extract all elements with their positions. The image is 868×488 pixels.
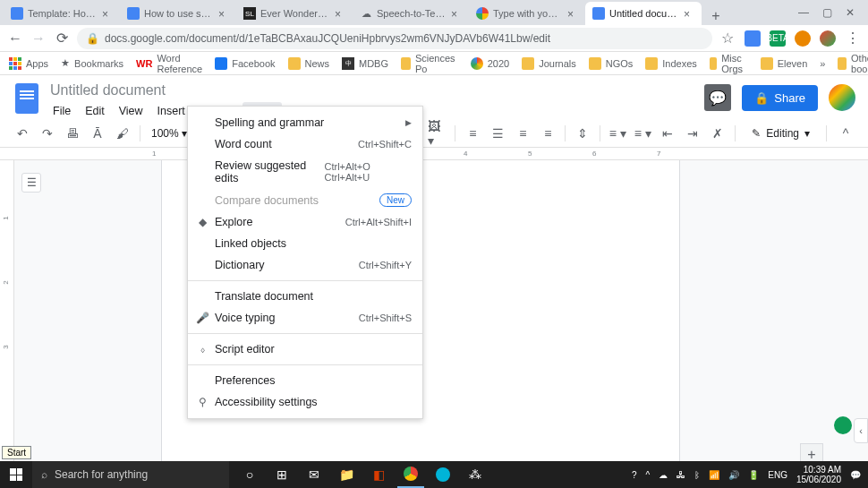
browser-tab[interactable]: Template: How To Artic× — [4, 2, 120, 25]
align-right-button[interactable]: ≡ — [513, 124, 532, 143]
menu-word-count[interactable]: Word countCtrl+Shift+C — [188, 133, 422, 155]
bookmark-folder[interactable]: Journals — [522, 57, 576, 70]
explore-fab[interactable] — [834, 416, 852, 434]
reload-button[interactable]: ⟳ — [54, 30, 70, 47]
onedrive-icon[interactable]: ☁ — [659, 470, 668, 480]
bookmark-folder[interactable]: News — [288, 57, 330, 70]
bookmark-item[interactable]: Facebook — [215, 57, 275, 70]
side-panel-toggle[interactable]: ‹ — [854, 418, 868, 443]
forward-button[interactable]: → — [30, 30, 47, 47]
menu-explore[interactable]: ◆ExploreCtrl+Alt+Shift+I — [188, 211, 422, 233]
extension-beta-icon[interactable]: BETA — [770, 30, 786, 47]
menu-spelling-grammar[interactable]: Spelling and grammar▶ — [188, 112, 422, 133]
bookmark-folder[interactable]: Eleven — [761, 57, 808, 70]
vertical-ruler[interactable]: 1 2 3 — [0, 160, 14, 479]
office-icon[interactable]: ◧ — [365, 461, 392, 488]
browser-tab-active[interactable]: Untitled document - G× — [585, 2, 702, 25]
document-title[interactable]: Untitled document — [47, 81, 704, 100]
notifications-icon[interactable]: 💬 — [850, 470, 861, 480]
align-center-button[interactable]: ☰ — [488, 124, 507, 143]
taskbar-search[interactable]: ⌕Search for anything — [32, 461, 229, 488]
bookmarks-overflow[interactable]: » — [820, 58, 825, 69]
browser-tab[interactable]: SLEver Wondered: How d× — [236, 2, 353, 25]
clock[interactable]: 10:39 AM 15/06/2020 — [796, 465, 841, 484]
wifi-icon[interactable]: 📶 — [709, 470, 719, 480]
profile-avatar-icon[interactable] — [820, 30, 836, 47]
bookmark-folder[interactable]: Indexes — [645, 57, 697, 70]
decrease-indent-button[interactable]: ⇤ — [658, 124, 677, 143]
extension-icon[interactable] — [745, 30, 761, 47]
share-button[interactable]: 🔒Share — [742, 85, 818, 111]
menu-review-edits[interactable]: Review suggested editsCtrl+Alt+O Ctrl+Al… — [188, 155, 422, 189]
browser-tab[interactable]: How to use speech to t× — [120, 2, 236, 25]
close-icon[interactable]: × — [218, 8, 229, 19]
collapse-toolbar-button[interactable]: ^ — [836, 124, 855, 143]
extension-icon[interactable] — [795, 30, 811, 47]
numbered-list-button[interactable]: ≡ ▾ — [608, 124, 627, 143]
bookmark-item[interactable]: 2020 — [471, 57, 509, 70]
menu-file[interactable]: File — [47, 102, 77, 120]
bookmark-item[interactable]: ★ Bookmarks — [61, 57, 123, 69]
other-bookmarks[interactable]: Other bookmarks — [838, 53, 868, 74]
undo-button[interactable]: ↶ — [13, 124, 32, 143]
close-icon[interactable]: × — [684, 8, 694, 19]
align-left-button[interactable]: ≡ — [463, 124, 482, 143]
mail-icon[interactable]: ✉ — [301, 461, 328, 488]
apps-button[interactable]: Apps — [9, 57, 48, 70]
maximize-button[interactable]: ▢ — [821, 7, 832, 18]
battery-icon[interactable]: 🔋 — [748, 470, 759, 480]
menu-accessibility[interactable]: ⚲Accessibility settings — [188, 391, 422, 413]
mode-dropdown[interactable]: ✎Editing ▾ — [745, 124, 817, 143]
menu-view[interactable]: View — [113, 102, 149, 120]
close-window-button[interactable]: ✕ — [845, 7, 855, 18]
comments-button[interactable]: 💬 — [704, 84, 731, 111]
bookmark-folder[interactable]: Misc Orgs — [710, 53, 748, 74]
star-icon[interactable]: ☆ — [719, 30, 736, 47]
paint-format-button[interactable]: 🖌 — [113, 124, 132, 143]
print-button[interactable]: 🖶 — [63, 124, 82, 143]
outline-toggle-button[interactable]: ☰ — [21, 173, 41, 193]
minimize-button[interactable]: — — [798, 7, 809, 18]
menu-preferences[interactable]: Preferences — [188, 370, 422, 391]
task-view-icon[interactable]: ⊞ — [268, 461, 295, 488]
tray-chevron-icon[interactable]: ^ — [646, 470, 651, 480]
increase-indent-button[interactable]: ⇥ — [683, 124, 702, 143]
line-spacing-button[interactable]: ⇕ — [573, 124, 592, 143]
close-icon[interactable]: × — [335, 8, 345, 19]
menu-linked-objects[interactable]: Linked objects — [188, 233, 422, 254]
cortana-icon[interactable]: ○ — [236, 461, 263, 488]
chrome-menu-icon[interactable]: ⋮ — [845, 30, 861, 47]
bulleted-list-button[interactable]: ≡ ▾ — [633, 124, 652, 143]
menu-voice-typing[interactable]: 🎤Voice typingCtrl+Shift+S — [188, 307, 422, 329]
menu-insert[interactable]: Insert — [151, 102, 191, 120]
address-bar[interactable]: 🔒 docs.google.com/document/d/1eTaBCBAxau… — [77, 28, 712, 49]
align-justify-button[interactable]: ≡ — [538, 124, 557, 143]
clear-formatting-button[interactable]: ✗ — [708, 124, 728, 143]
slack-icon[interactable]: ⁂ — [462, 461, 489, 488]
start-button[interactable] — [0, 461, 32, 488]
file-explorer-icon[interactable]: 📁 — [333, 461, 360, 488]
menu-translate[interactable]: Translate document — [188, 286, 422, 307]
account-avatar[interactable] — [829, 84, 855, 111]
spellcheck-button[interactable]: Ā — [88, 124, 107, 143]
close-icon[interactable]: × — [451, 8, 462, 19]
language-indicator[interactable]: ENG — [768, 470, 787, 480]
zoom-dropdown[interactable]: 100% ▾ — [148, 127, 191, 140]
browser-tab[interactable]: ☁Speech-to-Text: Autom× — [353, 2, 469, 25]
volume-icon[interactable]: 🔊 — [728, 470, 739, 480]
new-tab-button[interactable]: + — [707, 7, 725, 25]
insert-image-button[interactable]: 🖼 ▾ — [428, 124, 447, 143]
app-icon[interactable] — [430, 461, 456, 488]
bookmark-folder[interactable]: Sciences Po — [401, 53, 458, 74]
close-icon[interactable]: × — [102, 8, 113, 19]
bookmark-item[interactable]: 中MDBG — [342, 57, 388, 70]
bookmark-item[interactable]: WR Word Reference — [136, 53, 202, 74]
network-icon[interactable]: 🖧 — [677, 470, 685, 480]
docs-home-button[interactable] — [13, 81, 41, 116]
chrome-icon[interactable] — [397, 461, 424, 488]
menu-edit[interactable]: Edit — [79, 102, 111, 120]
close-icon[interactable]: × — [567, 8, 578, 19]
redo-button[interactable]: ↷ — [38, 124, 57, 143]
back-button[interactable]: ← — [7, 30, 23, 47]
menu-script-editor[interactable]: ⬨Script editor — [188, 338, 422, 360]
